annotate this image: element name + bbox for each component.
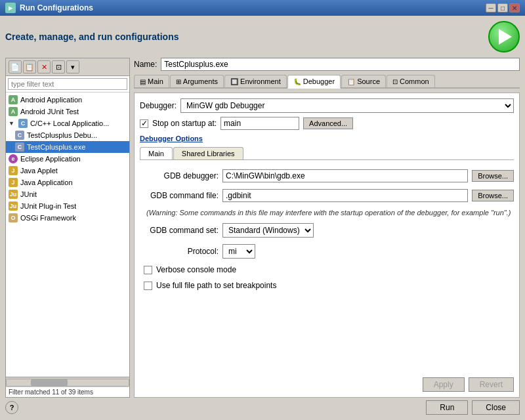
tree-item-label: Android Application bbox=[20, 96, 82, 104]
tree-item-icon: Ju bbox=[9, 190, 18, 199]
gdb-debugger-input[interactable] bbox=[222, 169, 468, 182]
debugger-row: Debugger: MinGW gdb DebuggerGDB (DSF)GDB… bbox=[140, 98, 514, 113]
tree-item-label: JUnit bbox=[20, 190, 37, 198]
gdb-command-file-input[interactable] bbox=[222, 189, 468, 202]
gdb-command-browse[interactable]: Browse... bbox=[472, 190, 514, 201]
tree-item-icon: A bbox=[9, 95, 18, 104]
apply-button[interactable]: Apply bbox=[423, 377, 465, 392]
stop-startup-checkbox[interactable]: ✓ bbox=[140, 119, 148, 128]
protocol-row: Protocol: mimi1mi2mi3 bbox=[140, 244, 514, 259]
filter-status: Filter matched 11 of 39 items bbox=[6, 387, 129, 397]
tab-source[interactable]: 📋Source bbox=[341, 75, 386, 87]
tree-item[interactable]: ▼CC/C++ Local Applicatio... bbox=[6, 117, 129, 129]
minimize-button[interactable]: ─ bbox=[486, 3, 496, 12]
tree-item-label: C/C++ Local Applicatio... bbox=[30, 119, 109, 127]
dialog-title: Create, manage, and run configurations bbox=[5, 32, 179, 42]
tab-main[interactable]: ▤Main bbox=[134, 75, 169, 87]
startup-row: ✓ Stop on startup at: Advanced... bbox=[140, 117, 514, 130]
tabs-bar: ▤Main⊞Arguments🔲Environment🐛Debugger📋Sou… bbox=[134, 75, 520, 89]
left-toolbar: 📄 📋 ✕ ⊡ ▾ bbox=[6, 58, 129, 76]
tab-environment[interactable]: 🔲Environment bbox=[224, 75, 287, 87]
tree-item[interactable]: JJava Application bbox=[6, 177, 129, 188]
full-file-path-checkbox[interactable] bbox=[144, 282, 152, 290]
tree-item-label: Android JUnit Test bbox=[20, 108, 79, 116]
gdb-debugger-row: GDB debugger: Browse... bbox=[140, 169, 514, 182]
more-button[interactable]: ▾ bbox=[66, 60, 79, 74]
full-file-path-row: Use full file path to set breakpoints bbox=[144, 281, 514, 290]
tree-item[interactable]: AAndroid Application bbox=[6, 94, 129, 106]
tree-area: AAndroid ApplicationAAndroid JUnit Test▼… bbox=[6, 93, 129, 377]
tree-item-icon: e bbox=[9, 154, 18, 163]
dialog-bottom: ? Run Close bbox=[5, 400, 520, 415]
warning-text: (Warning: Some commands in this file may… bbox=[144, 209, 514, 217]
verbose-console-checkbox[interactable] bbox=[144, 266, 152, 274]
duplicate-config-button[interactable]: 📋 bbox=[23, 60, 36, 74]
close-button[interactable]: ✕ bbox=[509, 3, 520, 12]
filter-box bbox=[6, 76, 129, 93]
tree-item[interactable]: JuJUnit bbox=[6, 188, 129, 200]
name-input[interactable] bbox=[161, 58, 520, 71]
tree-item[interactable]: OOSGi Framework bbox=[6, 212, 129, 224]
gdb-debugger-label: GDB debugger: bbox=[140, 171, 219, 180]
tab-icon: 📋 bbox=[347, 78, 355, 85]
tree-item-label: TestCplusplus.exe bbox=[27, 143, 85, 151]
tab-debugger[interactable]: 🐛Debugger bbox=[287, 75, 341, 89]
revert-button[interactable]: Revert bbox=[469, 377, 514, 392]
run-button[interactable] bbox=[488, 21, 520, 52]
sub-tab-shared-libraries[interactable]: Shared Libraries bbox=[173, 147, 243, 159]
tree-item-label: TestCplusplus Debu... bbox=[27, 131, 97, 139]
tree-item-icon: C bbox=[15, 142, 24, 152]
gdb-command-set-select[interactable]: Standard (Windows)CygwinMacOS X bbox=[222, 223, 314, 238]
tab-arguments[interactable]: ⊞Arguments bbox=[170, 75, 224, 87]
maximize-button[interactable]: □ bbox=[497, 3, 508, 12]
filter-input[interactable] bbox=[8, 78, 127, 90]
tree-item[interactable]: eEclipse Application bbox=[6, 153, 129, 165]
tree-item-icon: J bbox=[9, 178, 18, 187]
verbose-console-label: Verbose console mode bbox=[156, 265, 236, 274]
tree-item[interactable]: CTestCplusplus Debu... bbox=[6, 129, 129, 141]
gdb-command-file-label: GDB command file: bbox=[140, 191, 219, 200]
name-label: Name: bbox=[134, 60, 157, 69]
close-dialog-button[interactable]: Close bbox=[472, 400, 520, 415]
debugger-select-wrapper: MinGW gdb DebuggerGDB (DSF)GDB Hardware … bbox=[180, 98, 514, 113]
tree-item-label: OSGi Framework bbox=[20, 214, 76, 222]
tree-item-icon: C bbox=[15, 131, 24, 140]
sub-tabs: MainShared Libraries bbox=[140, 147, 514, 160]
help-button[interactable]: ? bbox=[5, 401, 18, 414]
tab-icon: ▤ bbox=[140, 78, 146, 85]
title-bar: ▶ Run Configurations ─ □ ✕ bbox=[0, 0, 525, 16]
sub-tab-main[interactable]: Main bbox=[140, 147, 173, 159]
delete-config-button[interactable]: ✕ bbox=[37, 60, 51, 74]
main-area: 📄 📋 ✕ ⊡ ▾ AAndroid ApplicationAAndroid J… bbox=[5, 58, 520, 398]
bottom-bar: Apply Revert bbox=[140, 377, 514, 392]
debugger-select[interactable]: MinGW gdb DebuggerGDB (DSF)GDB Hardware … bbox=[180, 98, 514, 113]
tree-item-icon: C bbox=[18, 119, 28, 128]
tree-item[interactable]: CTestCplusplus.exe bbox=[6, 141, 129, 153]
name-row: Name: bbox=[134, 58, 520, 71]
window-controls: ─ □ ✕ bbox=[486, 3, 520, 12]
horizontal-scrollbar[interactable] bbox=[6, 377, 129, 387]
tree-item[interactable]: AAndroid JUnit Test bbox=[6, 106, 129, 117]
right-panel: Name: ▤Main⊞Arguments🔲Environment🐛Debugg… bbox=[134, 58, 520, 398]
expand-icon: ▼ bbox=[9, 120, 14, 127]
gdb-debugger-browse[interactable]: Browse... bbox=[472, 170, 514, 182]
gdb-command-set-row: GDB command set: Standard (Windows)Cygwi… bbox=[140, 223, 514, 238]
stop-startup-input[interactable] bbox=[220, 117, 299, 130]
tree-item[interactable]: JJava Applet bbox=[6, 165, 129, 177]
tree-item-label: JUnit Plug-in Test bbox=[20, 202, 76, 210]
tree-item-label: Java Applet bbox=[20, 167, 58, 175]
new-config-button[interactable]: 📄 bbox=[9, 60, 22, 74]
tree-item-icon: Ju bbox=[9, 201, 18, 211]
collapse-button[interactable]: ⊡ bbox=[52, 60, 65, 74]
advanced-button[interactable]: Advanced... bbox=[303, 117, 353, 129]
scroll-track bbox=[6, 379, 129, 387]
tree-item[interactable]: JuJUnit Plug-in Test bbox=[6, 200, 129, 212]
tab-common[interactable]: ⊡Common bbox=[387, 75, 435, 87]
run-dialog-button[interactable]: Run bbox=[426, 400, 468, 415]
debugger-label: Debugger: bbox=[140, 101, 177, 110]
tree-item-icon: J bbox=[9, 166, 18, 175]
stop-startup-label: Stop on startup at: bbox=[152, 119, 217, 128]
protocol-select[interactable]: mimi1mi2mi3 bbox=[222, 244, 255, 259]
window-title: Run Configurations bbox=[20, 3, 93, 12]
tab-icon: 🐛 bbox=[293, 78, 301, 85]
